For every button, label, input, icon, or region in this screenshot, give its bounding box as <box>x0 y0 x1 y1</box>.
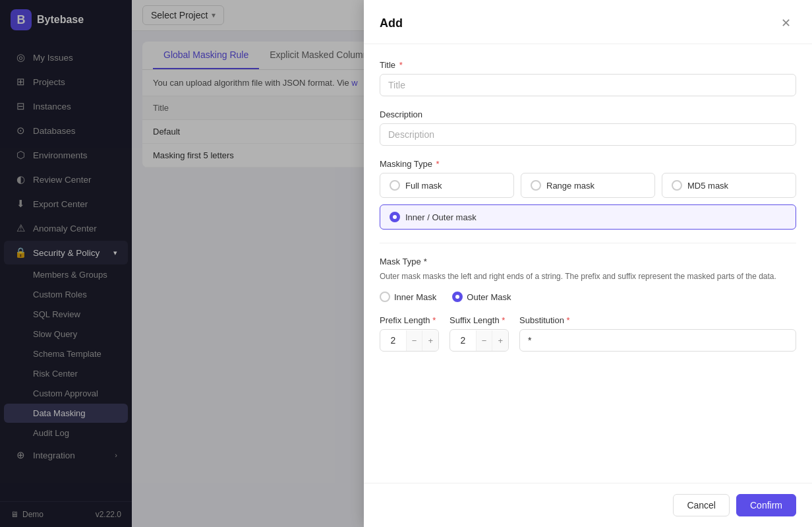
substitution-input[interactable] <box>519 329 796 352</box>
description-label: Description <box>380 109 796 119</box>
radio-circle <box>380 292 390 302</box>
radio-circle <box>672 180 682 191</box>
masking-type-label: MD5 mask <box>687 181 728 191</box>
description-input[interactable] <box>380 123 796 146</box>
suffix-length-input: 2 − + <box>450 329 509 352</box>
confirm-button[interactable]: Confirm <box>736 494 796 516</box>
substitution-label: Substitution * <box>519 315 796 325</box>
masking-type-range-mask[interactable]: Range mask <box>521 173 655 198</box>
masking-type-grid: Full mask Range mask MD5 mask <box>380 173 796 198</box>
substitution-group: Substitution * <box>519 315 796 352</box>
required-indicator: * <box>424 257 427 266</box>
suffix-length-value: 2 <box>450 330 476 351</box>
title-field-group: Title * <box>380 60 796 96</box>
required-indicator: * <box>399 60 403 70</box>
suffix-decrement-button[interactable]: − <box>476 330 492 351</box>
mask-type-radios: Inner Mask Outer Mask <box>380 292 796 302</box>
divider <box>380 243 796 243</box>
radio-circle <box>390 180 400 191</box>
close-button[interactable]: ✕ <box>776 13 796 33</box>
prefix-length-label: Prefix Length * <box>380 315 439 325</box>
masking-type-group: Masking Type * Full mask Range mask MD5 … <box>380 159 796 230</box>
title-input[interactable] <box>380 74 796 96</box>
drawer-footer: Cancel Confirm <box>364 483 812 527</box>
mask-type-description: Outer mask masks the left and right ends… <box>380 270 796 282</box>
prefix-decrement-button[interactable]: − <box>406 330 422 351</box>
cancel-button[interactable]: Cancel <box>673 494 730 516</box>
outer-mask-radio[interactable]: Outer Mask <box>452 292 511 302</box>
masking-type-full-mask[interactable]: Full mask <box>380 173 514 198</box>
radio-circle <box>531 180 541 191</box>
prefix-length-input: 2 − + <box>380 329 439 352</box>
masking-type-md5-mask[interactable]: MD5 mask <box>662 173 796 198</box>
masking-type-label: Inner / Outer mask <box>405 212 477 222</box>
masking-type-label: Full mask <box>405 181 442 191</box>
suffix-increment-button[interactable]: + <box>492 330 508 351</box>
masking-type-label: Masking Type * <box>380 159 796 169</box>
inner-mask-radio[interactable]: Inner Mask <box>380 292 436 302</box>
masking-type-row: Inner / Outer mask <box>380 204 796 230</box>
mask-type-label-row: Mask Type * <box>380 257 796 266</box>
title-label: Title * <box>380 60 796 70</box>
drawer-title: Add <box>380 16 403 30</box>
masking-type-inner-outer-mask[interactable]: Inner / Outer mask <box>380 204 796 230</box>
mask-type-section: Mask Type * Outer mask masks the left an… <box>380 257 796 302</box>
overlay: Add ✕ Title * Description <box>0 0 812 527</box>
prefix-length-group: Prefix Length * 2 − + <box>380 315 439 352</box>
outer-mask-label: Outer Mask <box>467 292 511 302</box>
suffix-length-group: Suffix Length * 2 − + <box>450 315 509 352</box>
description-field-group: Description <box>380 109 796 146</box>
required-indicator: * <box>567 315 570 325</box>
inner-mask-label: Inner Mask <box>394 292 436 302</box>
radio-circle-selected <box>390 212 400 222</box>
required-indicator: * <box>502 315 505 325</box>
length-fields-row: Prefix Length * 2 − + Suffix Length * <box>380 315 796 352</box>
add-drawer: Add ✕ Title * Description <box>364 0 812 527</box>
required-indicator: * <box>436 159 440 169</box>
radio-circle-selected <box>452 292 463 302</box>
mask-type-label: Mask Type <box>380 257 421 266</box>
prefix-increment-button[interactable]: + <box>422 330 438 351</box>
masking-type-label: Range mask <box>546 181 594 191</box>
required-indicator: * <box>432 315 436 325</box>
prefix-length-value: 2 <box>380 330 406 351</box>
suffix-length-label: Suffix Length * <box>450 315 509 325</box>
drawer-header: Add ✕ <box>364 0 812 44</box>
drawer-body: Title * Description Masking Type * <box>364 44 812 483</box>
